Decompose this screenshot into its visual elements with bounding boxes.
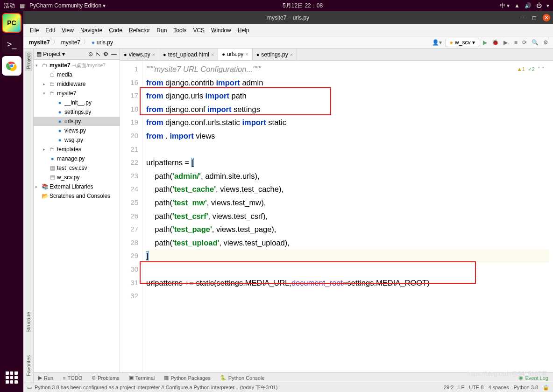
tree-row[interactable]: ▾🗀mysite7~/桌面/mysite7: [34, 61, 120, 70]
btab-run[interactable]: ▶ Run: [34, 373, 58, 383]
bottom-tool-tabs: ▶ Run ≡ TODO ⊘ Problems ▣ Terminal ▦ Pyt…: [34, 372, 553, 383]
expand-all-icon[interactable]: ⇱: [96, 51, 100, 57]
tree-row[interactable]: ▾🗀mysite7: [34, 89, 120, 98]
tree-row[interactable]: ●__init__.py: [34, 98, 120, 107]
editor-tab[interactable]: ●urls.py×: [218, 49, 252, 60]
pycharm-icon: ▦: [20, 2, 25, 9]
btab-problems[interactable]: ⊘ Problems: [87, 373, 124, 383]
menu-file[interactable]: File: [27, 26, 42, 35]
crumb-1[interactable]: mysite7: [59, 38, 82, 47]
tree-row[interactable]: ●settings.py: [34, 107, 120, 117]
gear-icon[interactable]: ⚙: [103, 51, 108, 57]
statusbar: ▭ Python 3.8 has been configured as a pr…: [23, 383, 553, 392]
event-log[interactable]: ◉ Event Log: [514, 373, 553, 383]
launcher-terminal[interactable]: >_: [2, 35, 21, 54]
encoding[interactable]: UTF-8: [469, 385, 483, 391]
caret-position[interactable]: 29:2: [444, 385, 454, 391]
tree-row[interactable]: ●wsgi.py: [34, 135, 120, 145]
line-separator[interactable]: LF: [458, 385, 464, 391]
update-button[interactable]: ⟳: [521, 39, 528, 46]
volume-icon[interactable]: 🔊: [525, 2, 532, 9]
tree-row[interactable]: 📂Scratches and Consoles: [34, 191, 120, 201]
side-tab-favorites[interactable]: Favorites: [25, 353, 32, 378]
titlebar: mysite7 – urls.py ─ ◻ ✕: [23, 11, 553, 24]
project-panel: ▤ Project ▾ ⊙ ⇱ ⚙ — ▾🗀mysite7~/桌面/mysite…: [34, 49, 120, 392]
menu-edit[interactable]: Edit: [43, 26, 58, 35]
ide-window: mysite7 – urls.py ─ ◻ ✕ File Edit View N…: [23, 11, 553, 392]
inspections[interactable]: ▲1 ✓2 ˄ ˅: [517, 63, 545, 76]
power-icon[interactable]: ⏻: [536, 2, 542, 9]
menu-navigate[interactable]: Navigate: [78, 26, 105, 35]
launcher-apps[interactable]: [2, 368, 21, 387]
app-menu[interactable]: PyCharm Community Edition ▾: [29, 2, 106, 9]
settings-button[interactable]: ⚙: [542, 39, 549, 46]
editor-tabs: ●views.py×●test_upload.html×●urls.py×●se…: [120, 49, 553, 61]
close-tab-icon[interactable]: ×: [290, 52, 293, 57]
system-menu-icon[interactable]: ▾: [546, 2, 549, 9]
run-button[interactable]: ▶: [482, 39, 488, 46]
menu-run[interactable]: Run: [154, 26, 170, 35]
close-button[interactable]: ✕: [543, 14, 550, 21]
side-tab-project[interactable]: Project: [25, 51, 32, 71]
editor-area: ●views.py×●test_upload.html×●urls.py×●se…: [120, 49, 553, 392]
input-lang[interactable]: 中 ▾: [500, 2, 510, 10]
side-tab-structure[interactable]: Structure: [25, 310, 32, 335]
tree-row[interactable]: ●manage.py: [34, 154, 120, 163]
crumb-2[interactable]: ● urls.py: [90, 38, 115, 47]
tree-row[interactable]: ●urls.py: [34, 117, 120, 126]
launcher-chrome[interactable]: [2, 56, 21, 76]
search-button[interactable]: 🔍: [531, 39, 539, 46]
menu-window[interactable]: Window: [208, 26, 234, 35]
tree-row[interactable]: 🗀media: [34, 70, 120, 79]
network-icon[interactable]: ▲: [514, 2, 520, 9]
crumb-0[interactable]: mysite7: [27, 38, 52, 47]
btab-python-packages[interactable]: ▦ Python Packages: [159, 373, 215, 383]
activities[interactable]: 活动: [4, 2, 15, 10]
status-message: Python 3.8 has been configured as a proj…: [35, 384, 444, 391]
minimize-button[interactable]: ─: [518, 14, 526, 21]
tree-row[interactable]: ▸🗀templates: [34, 145, 120, 154]
left-side-tabs: Project Structure Favorites: [23, 49, 34, 392]
window-title: mysite7 – urls.py: [267, 14, 309, 21]
datetime: 5月12日 22：08: [106, 2, 499, 10]
maximize-button[interactable]: ◻: [531, 14, 538, 21]
ubuntu-top-bar: 活动 ▦ PyCharm Community Edition ▾ 5月12日 2…: [0, 0, 553, 11]
project-tree: ▾🗀mysite7~/桌面/mysite7🗀media▸🗀middleware▾…: [34, 60, 120, 392]
btab-python-console[interactable]: 🐍 Python Console: [215, 373, 269, 383]
status-icon[interactable]: ▭: [27, 385, 32, 391]
user-icon[interactable]: 👤▾: [431, 39, 443, 46]
hide-icon[interactable]: —: [111, 51, 117, 57]
menu-tools[interactable]: Tools: [170, 26, 189, 35]
indent[interactable]: 4 spaces: [488, 385, 509, 391]
menu-code[interactable]: Code: [106, 26, 125, 35]
btab-todo[interactable]: ≡ TODO: [58, 373, 87, 383]
menu-refactor[interactable]: Refactor: [126, 26, 153, 35]
run-coverage-button[interactable]: ▶.: [503, 39, 510, 46]
tree-row[interactable]: ▸🗀middleware: [34, 79, 120, 89]
tree-row[interactable]: ▤test_csv.csv: [34, 163, 120, 173]
git-branch[interactable]: ●w_scv ▾: [446, 38, 480, 47]
editor-tab[interactable]: ●test_upload.html×: [159, 49, 218, 60]
launcher-pycharm[interactable]: PC: [2, 13, 21, 33]
stop-button[interactable]: ■: [513, 39, 518, 46]
btab-terminal[interactable]: ▣ Terminal: [124, 373, 160, 383]
project-header: ▤ Project ▾: [36, 51, 65, 57]
menubar: File Edit View Navigate Code Refactor Ru…: [23, 24, 553, 36]
close-tab-icon[interactable]: ×: [245, 51, 248, 57]
editor-tab[interactable]: ●views.py×: [120, 49, 159, 60]
menu-help[interactable]: Help: [235, 26, 252, 35]
close-tab-icon[interactable]: ×: [211, 52, 214, 57]
debug-button[interactable]: 🐞: [491, 39, 500, 46]
tree-row[interactable]: ▤w_scv.py: [34, 173, 120, 182]
ubuntu-launcher: PC >_: [0, 11, 23, 392]
tree-row[interactable]: ●views.py: [34, 126, 120, 135]
select-opened-icon[interactable]: ⊙: [88, 51, 93, 57]
lock-icon[interactable]: 🔒: [543, 385, 549, 391]
sdk[interactable]: Python 3.8: [513, 385, 538, 391]
code[interactable]: """mysite7 URL Configuration...""" from …: [142, 61, 553, 392]
editor-tab[interactable]: ●settings.py×: [253, 49, 297, 60]
close-tab-icon[interactable]: ×: [152, 52, 155, 57]
tree-row[interactable]: ▸📚External Libraries: [34, 182, 120, 191]
menu-vcs[interactable]: VCS: [190, 26, 207, 35]
menu-view[interactable]: View: [59, 26, 77, 35]
